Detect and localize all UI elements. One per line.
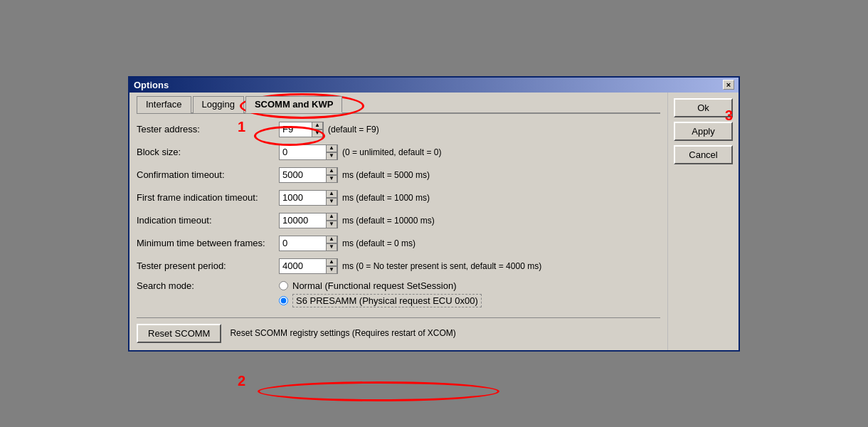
confirmation-timeout-label: Confirmation timeout: — [137, 169, 279, 180]
block-size-label: Block size: — [137, 147, 279, 157]
first-frame-timeout-input[interactable] — [280, 191, 326, 205]
indication-timeout-control: ▲ ▼ ms (default = 10000 ms) — [279, 213, 435, 228]
confirmation-timeout-spinner: ▲ ▼ — [326, 167, 337, 183]
title-bar: Options × — [129, 78, 739, 93]
right-panel: Ok Apply Cancel — [667, 93, 739, 350]
block-size-input[interactable] — [280, 145, 326, 159]
block-size-spinner: ▲ ▼ — [326, 144, 337, 160]
tester-address-label: Tester address: — [137, 124, 279, 135]
close-button[interactable]: × — [723, 80, 734, 90]
reset-scomm-button[interactable]: Reset SCOMM — [137, 324, 221, 343]
search-normal-label[interactable]: Normal (Functional request SetSession) — [292, 280, 457, 291]
tester-present-spinbox[interactable]: ▲ ▼ — [279, 258, 338, 274]
ok-button[interactable]: Ok — [674, 98, 733, 117]
block-size-control: ▲ ▼ (0 = unlimited, default = 0) — [279, 144, 441, 160]
tester-present-up[interactable]: ▲ — [326, 258, 337, 266]
first-frame-timeout-control: ▲ ▼ ms (default = 1000 ms) — [279, 190, 430, 206]
min-time-frames-up[interactable]: ▲ — [326, 236, 337, 243]
min-time-frames-control: ▲ ▼ ms (default = 0 ms) — [279, 236, 416, 251]
first-frame-timeout-spinbox[interactable]: ▲ ▼ — [279, 190, 338, 206]
indication-timeout-spinner: ▲ ▼ — [326, 213, 337, 228]
first-frame-timeout-down[interactable]: ▼ — [326, 198, 337, 206]
block-size-row: Block size: ▲ ▼ (0 = unlimited, default … — [137, 144, 660, 161]
confirmation-timeout-hint: ms (default = 5000 ms) — [342, 170, 430, 180]
tester-present-control: ▲ ▼ ms (0 = No tester present is sent, d… — [279, 258, 541, 274]
tester-present-row: Tester present period: ▲ ▼ ms (0 = No te… — [137, 258, 660, 275]
bottom-section: Reset SCOMM Reset SCOMM registry setting… — [137, 317, 660, 343]
tester-address-spinner: ▲ ▼ — [312, 122, 323, 137]
confirmation-timeout-down[interactable]: ▼ — [326, 175, 337, 183]
block-size-down[interactable]: ▼ — [326, 152, 337, 160]
tester-present-input[interactable] — [280, 259, 326, 273]
tab-scomm-kwp[interactable]: SCOMM and KWP — [245, 96, 343, 113]
left-panel: Interface Logging SCOMM and KWP Tester a… — [129, 93, 667, 350]
min-time-frames-hint: ms (default = 0 ms) — [342, 238, 416, 248]
search-normal-row: Normal (Functional request SetSession) — [279, 280, 482, 291]
block-size-hint: (0 = unlimited, default = 0) — [342, 147, 441, 157]
search-s6-label: S6 PRESAMM (Physical request ECU 0x00) — [292, 295, 482, 306]
indication-timeout-label: Indication timeout: — [137, 215, 279, 226]
confirmation-timeout-input[interactable] — [280, 168, 326, 182]
first-frame-timeout-label: First frame indication timeout: — [137, 192, 279, 203]
first-frame-timeout-spinner: ▲ ▼ — [326, 190, 337, 206]
indication-timeout-up[interactable]: ▲ — [326, 213, 337, 221]
search-mode-label: Search mode: — [137, 280, 279, 291]
tester-address-input[interactable] — [280, 122, 312, 137]
search-mode-options: Normal (Functional request SetSession) S… — [279, 280, 482, 310]
close-icon: × — [726, 80, 731, 89]
tab-logging[interactable]: Logging — [193, 96, 244, 113]
search-s6-row: S6 PRESAMM (Physical request ECU 0x00) — [279, 295, 482, 306]
tab-interface[interactable]: Interface — [137, 96, 191, 113]
tester-present-spinner: ▲ ▼ — [326, 258, 337, 274]
indication-timeout-spinbox[interactable]: ▲ ▼ — [279, 213, 338, 228]
confirmation-timeout-up[interactable]: ▲ — [326, 167, 337, 175]
tester-present-hint: ms (0 = No tester present is sent, defau… — [342, 261, 541, 271]
search-normal-radio[interactable] — [279, 281, 288, 290]
tester-address-spinbox[interactable]: ▲ ▼ — [279, 122, 324, 137]
min-time-frames-spinbox[interactable]: ▲ ▼ — [279, 236, 338, 251]
block-size-spinbox[interactable]: ▲ ▼ — [279, 144, 338, 160]
min-time-frames-spinner: ▲ ▼ — [326, 236, 337, 251]
dialog-title: Options — [134, 80, 169, 90]
dialog-body: Interface Logging SCOMM and KWP Tester a… — [129, 93, 739, 350]
min-time-frames-down[interactable]: ▼ — [326, 243, 337, 251]
tester-present-down[interactable]: ▼ — [326, 266, 337, 274]
first-frame-timeout-up[interactable]: ▲ — [326, 190, 337, 198]
confirmation-timeout-row: Confirmation timeout: ▲ ▼ ms (default = … — [137, 167, 660, 184]
options-dialog: Options × Interface Logging SCOMM and KW… — [128, 76, 740, 352]
confirmation-timeout-control: ▲ ▼ ms (default = 5000 ms) — [279, 167, 430, 183]
tester-present-label: Tester present period: — [137, 260, 279, 271]
confirmation-timeout-spinbox[interactable]: ▲ ▼ — [279, 167, 338, 183]
annotation-circle-2 — [258, 381, 499, 401]
search-mode-section: Search mode: Normal (Functional request … — [137, 280, 660, 310]
reset-hint: Reset SCOMM registry settings (Requires … — [230, 328, 455, 338]
apply-button[interactable]: Apply — [674, 122, 733, 141]
indication-timeout-input[interactable] — [280, 214, 326, 228]
min-time-frames-input[interactable] — [280, 236, 326, 251]
tester-address-hint: (default = F9) — [328, 125, 379, 135]
cancel-button[interactable]: Cancel — [674, 145, 733, 164]
first-frame-timeout-row: First frame indication timeout: ▲ ▼ ms (… — [137, 189, 660, 206]
tab-bar: Interface Logging SCOMM and KWP — [137, 93, 660, 114]
min-time-frames-label: Minimum time between frames: — [137, 238, 279, 248]
min-time-frames-row: Minimum time between frames: ▲ ▼ ms (def… — [137, 235, 660, 252]
tester-address-control: ▲ ▼ (default = F9) — [279, 122, 379, 137]
block-size-up[interactable]: ▲ — [326, 144, 337, 152]
indication-timeout-down[interactable]: ▼ — [326, 221, 337, 228]
search-s6-label-text: S6 PRESAMM (Physical request ECU 0x00) — [292, 294, 482, 307]
indication-timeout-hint: ms (default = 10000 ms) — [342, 216, 435, 226]
indication-timeout-row: Indication timeout: ▲ ▼ ms (default = 10… — [137, 212, 660, 229]
tester-address-down[interactable]: ▼ — [312, 130, 323, 137]
search-s6-radio[interactable] — [279, 296, 288, 305]
tester-address-up[interactable]: ▲ — [312, 122, 323, 130]
first-frame-timeout-hint: ms (default = 1000 ms) — [342, 193, 430, 203]
tester-address-row: Tester address: ▲ ▼ (default = F9) — [137, 121, 660, 138]
